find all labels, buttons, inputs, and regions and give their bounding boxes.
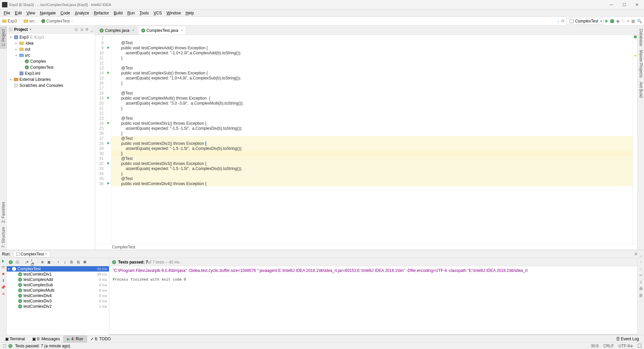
hide-icon[interactable]: ⎯ xyxy=(91,27,93,32)
tree-twisty[interactable]: ▾ xyxy=(14,54,18,57)
download-icon[interactable]: ↓ xyxy=(557,19,559,23)
next-failed-icon[interactable]: ↓ xyxy=(62,259,67,265)
test-item[interactable]: ✓testComplexMulti0 ms xyxy=(7,288,109,293)
sort-alpha-icon[interactable]: ↓ª xyxy=(24,259,29,265)
editor-tab[interactable]: cComplexTest.java✕ xyxy=(138,26,186,35)
code-line[interactable]: } xyxy=(111,151,633,156)
close-tab-icon[interactable]: ✕ xyxy=(132,29,135,32)
search-icon[interactable]: 🔍 xyxy=(637,19,642,23)
code-line[interactable]: public void testComplexMulti() throws Ex… xyxy=(111,96,633,101)
test-item[interactable]: ✓testComlexDiv21 ms xyxy=(7,304,109,309)
rerun-button[interactable] xyxy=(2,259,4,263)
layout-button[interactable]: ▦ xyxy=(631,19,635,23)
maximize-button[interactable]: ☐ xyxy=(619,1,629,8)
code-body[interactable]: @Test public void testComplexAdd() throw… xyxy=(111,35,633,244)
menu-build[interactable]: Build xyxy=(111,10,125,16)
run-left-toolbar[interactable]: ⟳ ■ ⬇ 📌 ✕ xyxy=(0,258,7,335)
cog-icon[interactable]: ✲ xyxy=(634,252,638,256)
editor-tabs[interactable]: cComplex.java✕cComplexTest.java✕ xyxy=(95,25,637,35)
code-line[interactable]: public void testComlexDiv2() throws Exce… xyxy=(111,141,633,146)
profile-button[interactable]: ↻ xyxy=(622,19,625,23)
scroll-to-end-icon[interactable]: ⤓ xyxy=(639,280,643,284)
minimize-button[interactable]: — xyxy=(606,1,616,8)
bottom-tab-terminal[interactable]: ▣Terminal xyxy=(1,336,29,342)
file-encoding[interactable]: UTF-8≑ xyxy=(619,344,633,348)
collapse-all-icon[interactable]: ≣ xyxy=(46,259,52,265)
code-line[interactable] xyxy=(111,111,633,116)
code-line[interactable]: public void testComplexSub() throws Exce… xyxy=(111,71,633,76)
editor-tab[interactable]: cComplex.java✕ xyxy=(97,26,138,35)
code-line[interactable]: } xyxy=(111,171,633,176)
code-line[interactable]: assertEquals( expected: "3.0 -3.0i", a.C… xyxy=(111,101,633,106)
run-session-tab[interactable]: ComplexTest✕ xyxy=(13,251,50,257)
code-line[interactable]: @Test xyxy=(111,66,633,71)
console-right-toolbar[interactable]: ↑ ↓ ↩ ⤓ 🖶 🗑 xyxy=(637,258,644,335)
menu-view[interactable]: View xyxy=(24,10,38,16)
toggle-auto-test-icon[interactable]: ⟳ xyxy=(2,265,5,270)
test-item[interactable]: ✓testComplexSub0 ms xyxy=(7,282,109,288)
line-separator[interactable]: CRLF xyxy=(603,344,614,348)
menu-file[interactable]: File xyxy=(1,10,12,16)
tree-twisty[interactable]: ▾ xyxy=(9,36,13,39)
tree-item[interactable]: cComplexTest xyxy=(7,64,95,70)
soft-wrap-icon[interactable]: ↩ xyxy=(639,273,643,278)
code-line[interactable]: @Test xyxy=(111,176,633,181)
tree-item[interactable]: ▸out xyxy=(7,46,95,52)
readonly-lock-icon[interactable] xyxy=(638,344,641,348)
code-editor[interactable]: 7891011121314151617181920212223242526272… xyxy=(95,35,637,244)
collapse-all-icon[interactable]: ⇲ xyxy=(80,27,83,32)
menu-refactor[interactable]: Refactor xyxy=(92,10,111,16)
menu-tools[interactable]: Tools xyxy=(137,10,151,16)
expand-all-icon[interactable]: ≡ xyxy=(40,259,45,265)
code-line[interactable]: } xyxy=(111,106,633,111)
gutter[interactable]: 7891011121314151617181920212223242526272… xyxy=(95,35,111,244)
test-item[interactable]: ✓testComlexDiv40 ms xyxy=(7,293,109,298)
error-stripe[interactable] xyxy=(633,35,637,244)
left-tool-strip[interactable]: 1: Project 2: Favorites 7: Structure xyxy=(0,25,7,250)
code-line[interactable]: assertEquals( expected: "-1.5 -1.5i", a.… xyxy=(111,166,633,171)
scroll-up-icon[interactable]: ↑ xyxy=(640,259,642,264)
code-line[interactable]: } xyxy=(111,131,633,136)
left-tab-project[interactable]: 1: Project xyxy=(0,27,6,49)
gutter-run-icon[interactable] xyxy=(107,71,110,74)
code-line[interactable]: @Test xyxy=(111,136,633,141)
dump-icon[interactable]: ⬇ xyxy=(2,278,5,283)
menu-navigate[interactable]: Navigate xyxy=(38,10,58,16)
code-line[interactable]: assertEquals( expected: "-1.5 -1.5i", a.… xyxy=(111,146,633,151)
bottom-tab-run[interactable]: ▶4: Run xyxy=(63,336,87,342)
breadcrumb[interactable]: Exp3〉src〉ComplexTest〉 xyxy=(2,18,76,24)
code-line[interactable]: public void testComlexDiv4() throws Exce… xyxy=(111,181,633,186)
test-root[interactable]: ▾✓ComplexTest40 ms xyxy=(7,266,109,272)
code-line[interactable] xyxy=(111,86,633,91)
right-tab-ant[interactable]: Ant Build xyxy=(638,80,644,100)
right-tool-strip[interactable]: Database Maven Projects Ant Build xyxy=(637,25,644,250)
warning-marker[interactable] xyxy=(634,55,637,56)
code-line[interactable]: public void testComlexDiv3() throws Exce… xyxy=(111,161,633,166)
menu-help[interactable]: Help xyxy=(183,10,196,16)
gutter-run-icon[interactable] xyxy=(107,122,110,124)
test-tree[interactable]: ▾✓ComplexTest40 ms✓testComlexDiv139 ms✓t… xyxy=(7,266,109,335)
code-line[interactable]: @Test xyxy=(111,41,633,46)
test-settings-icon[interactable]: ✲ xyxy=(82,259,88,265)
tree-twisty[interactable]: ▸ xyxy=(9,78,13,81)
stop-button[interactable]: ■ xyxy=(627,19,629,23)
sort-duration-icon[interactable]: ↓⏱ xyxy=(31,259,36,265)
code-line[interactable]: assertEquals( expected: "1.0+4.0i", a.Co… xyxy=(111,76,633,81)
code-line[interactable]: public void testComlexDiv1() throws Exce… xyxy=(111,121,633,126)
project-tree[interactable]: ▾Exp3E:\Exp3▸.idea▸out▾srccComplexcCompl… xyxy=(7,34,95,250)
status-icon[interactable]: ☐ xyxy=(3,344,6,348)
breadcrumb-item[interactable]: Exp3 xyxy=(8,19,17,23)
tree-twisty[interactable]: ▸ xyxy=(14,48,18,51)
code-line[interactable] xyxy=(111,36,633,41)
run-panel-header[interactable]: Run: ComplexTest✕ ✲ ⎯ xyxy=(0,250,644,258)
tree-item[interactable]: ▸External Libraries xyxy=(7,76,95,82)
bottom-tab-messages[interactable]: ▣0: Messages xyxy=(29,336,63,342)
bottom-tool-tabs[interactable]: ▣Terminal▣0: Messages▶4: Run✓6: TODO☰Eve… xyxy=(0,335,644,342)
gutter-run-icon[interactable] xyxy=(107,142,110,144)
event-log-tab[interactable]: ☰Event Log xyxy=(612,336,643,342)
scroll-from-source-icon[interactable]: ⊙ xyxy=(74,27,78,32)
tree-item[interactable]: Scratches and Consoles xyxy=(7,82,95,89)
menu-code[interactable]: Code xyxy=(58,10,72,16)
close-tab-icon[interactable]: ✕ xyxy=(181,29,183,32)
close-button[interactable]: ✕ xyxy=(632,1,642,8)
